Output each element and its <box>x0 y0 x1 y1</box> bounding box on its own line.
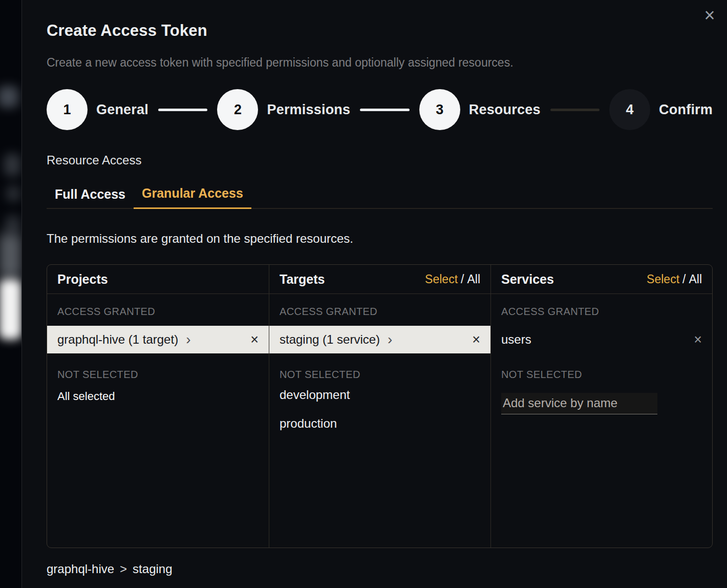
stepper: 1 General 2 Permissions 3 Resources 4 Co… <box>47 89 713 130</box>
step-label-confirm: Confirm <box>659 102 713 118</box>
step-label-permissions: Permissions <box>267 102 350 118</box>
breadcrumb-target: staging <box>133 562 172 576</box>
tab-full-access[interactable]: Full Access <box>47 180 134 209</box>
step-number-4: 4 <box>609 89 650 130</box>
target-option-development[interactable]: development <box>269 381 490 409</box>
resource-selection-table: Projects ACCESS GRANTED graphql-hive (1 … <box>47 264 713 548</box>
remove-project-icon[interactable]: × <box>250 333 259 347</box>
services-all-link[interactable]: All <box>689 272 702 286</box>
select-all-divider: / <box>461 272 464 286</box>
breadcrumb-separator: > <box>120 562 127 576</box>
dialog-subtitle: Create a new access token with specified… <box>47 56 713 70</box>
step-connector <box>550 109 600 111</box>
projects-column-title: Projects <box>57 272 108 287</box>
access-mode-tabs: Full Access Granular Access <box>47 180 713 209</box>
step-label-general: General <box>96 102 148 118</box>
not-selected-label: NOT SELECTED <box>269 353 490 381</box>
blurred-background-element <box>4 154 20 176</box>
services-select-all: Select/All <box>647 272 702 286</box>
dialog-title: Create Access Token <box>47 22 713 40</box>
step-label-resources: Resources <box>469 102 541 118</box>
breadcrumb-project: graphql-hive <box>47 562 114 576</box>
close-icon[interactable]: × <box>698 4 721 27</box>
tab-granular-access[interactable]: Granular Access <box>134 180 251 209</box>
resource-access-heading: Resource Access <box>47 153 713 167</box>
projects-column: Projects ACCESS GRANTED graphql-hive (1 … <box>47 265 269 548</box>
projects-all-selected-note: All selected <box>47 381 269 403</box>
targets-column-header: Targets Select/All <box>269 265 490 294</box>
step-resources[interactable]: 3 Resources <box>419 89 541 130</box>
step-permissions[interactable]: 2 Permissions <box>217 89 350 130</box>
selected-target-name: staging (1 service) <box>280 332 380 347</box>
chevron-right-icon: › <box>186 332 190 347</box>
add-service-input[interactable] <box>501 393 657 414</box>
services-column-title: Services <box>501 272 554 287</box>
granular-access-description: The permissions are granted on the speci… <box>47 232 713 246</box>
breadcrumb: graphql-hive > staging <box>47 562 713 576</box>
blurred-background-element <box>0 233 22 279</box>
step-confirm[interactable]: 4 Confirm <box>609 89 713 130</box>
granted-service-name: users <box>501 332 531 347</box>
targets-all-link[interactable]: All <box>467 272 480 286</box>
blurred-background-element <box>6 185 20 202</box>
remove-target-icon[interactable]: × <box>472 333 480 347</box>
targets-column: Targets Select/All ACCESS GRANTED stagin… <box>269 265 490 548</box>
background-page-blurred <box>0 0 22 588</box>
selected-project-row[interactable]: graphql-hive (1 target) › × <box>47 326 269 353</box>
projects-column-header: Projects <box>47 265 269 294</box>
not-selected-label: NOT SELECTED <box>491 353 712 381</box>
selected-project-name: graphql-hive (1 target) <box>57 332 178 347</box>
select-all-divider: / <box>682 272 686 286</box>
step-number-1: 1 <box>47 89 88 130</box>
services-column: Services Select/All ACCESS GRANTED users… <box>490 265 712 548</box>
access-granted-label: ACCESS GRANTED <box>47 294 269 318</box>
access-granted-label: ACCESS GRANTED <box>269 294 490 318</box>
step-connector <box>158 109 208 111</box>
targets-select-all: Select/All <box>425 272 480 286</box>
selected-target-row[interactable]: staging (1 service) › × <box>269 326 490 353</box>
step-number-3: 3 <box>419 89 460 130</box>
step-connector <box>360 109 410 111</box>
granted-service-row: users × <box>491 326 712 353</box>
access-granted-label: ACCESS GRANTED <box>491 294 712 318</box>
blurred-background-element <box>5 215 20 233</box>
remove-service-icon[interactable]: × <box>694 333 702 347</box>
create-access-token-dialog: × Create Access Token Create a new acces… <box>22 0 727 588</box>
not-selected-label: NOT SELECTED <box>47 353 269 381</box>
blurred-background-button <box>0 279 22 340</box>
step-number-2: 2 <box>217 89 258 130</box>
services-select-link[interactable]: Select <box>647 272 679 286</box>
services-column-header: Services Select/All <box>491 265 712 294</box>
blurred-background-element <box>0 86 18 108</box>
targets-select-link[interactable]: Select <box>425 272 458 286</box>
chevron-right-icon: › <box>388 332 392 347</box>
target-option-production[interactable]: production <box>269 409 490 438</box>
targets-column-title: Targets <box>280 272 325 287</box>
step-general[interactable]: 1 General <box>47 89 148 130</box>
